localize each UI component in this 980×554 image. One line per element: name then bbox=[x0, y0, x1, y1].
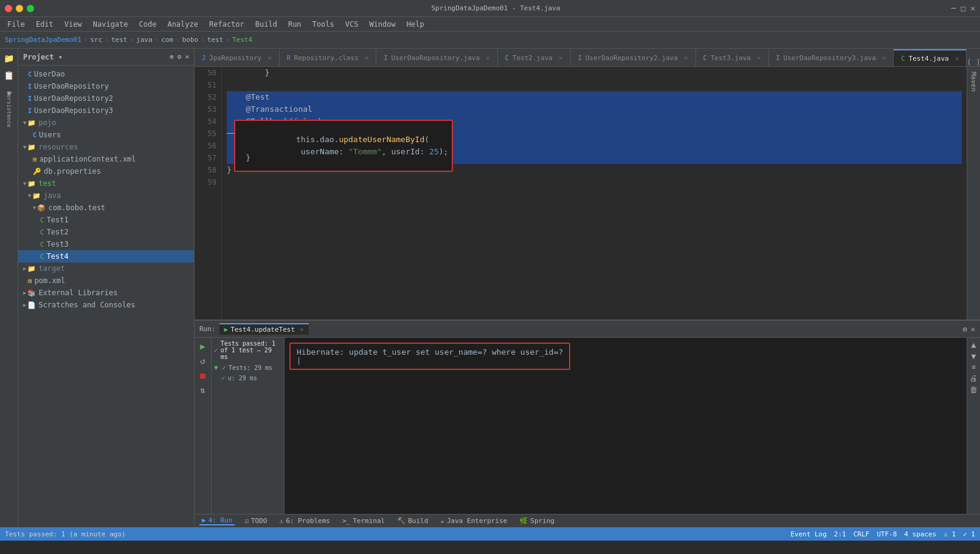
close-tab-jparepository[interactable]: ✕ bbox=[267, 54, 272, 62]
maximize-button[interactable] bbox=[27, 5, 34, 12]
close-tab-userdaorepo2[interactable]: ✕ bbox=[684, 54, 688, 62]
project-icon-settings[interactable]: ⚙ bbox=[178, 53, 182, 61]
status-line-ending[interactable]: CRLF bbox=[854, 530, 870, 538]
menu-help[interactable]: Help bbox=[402, 19, 429, 30]
editor-chevron-right[interactable]: ⟩ bbox=[976, 58, 980, 66]
clear-icon[interactable]: 🗑 bbox=[970, 385, 978, 394]
tree-item-resources[interactable]: ▼📁resources bbox=[18, 141, 194, 153]
menu-code[interactable]: Code bbox=[134, 19, 162, 30]
run-close-icon[interactable]: ✕ bbox=[971, 325, 975, 333]
window-controls[interactable] bbox=[5, 5, 34, 12]
menu-edit[interactable]: Edit bbox=[31, 19, 58, 30]
breadcrumb-test[interactable]: test bbox=[111, 36, 128, 44]
breadcrumb-test2[interactable]: test bbox=[207, 36, 224, 44]
tab-test4[interactable]: CTest4.java ✕ bbox=[894, 49, 967, 66]
tree-item-combobotest[interactable]: ▼📦com.bobo.test bbox=[18, 202, 194, 214]
run-settings-icon[interactable]: ⚙ bbox=[963, 325, 967, 333]
close-button[interactable] bbox=[5, 5, 12, 12]
tab-userdaorepository3[interactable]: IUserDaoRepository3.java ✕ bbox=[769, 49, 894, 66]
project-icon[interactable]: 📁 bbox=[2, 51, 16, 66]
menu-navigate[interactable]: Navigate bbox=[88, 19, 133, 30]
tree-item-userdaorepository3[interactable]: IUserDaoRepository3 bbox=[18, 104, 194, 117]
tree-item-userdaorepository2[interactable]: IUserDaoRepository2 bbox=[18, 92, 194, 104]
run-button[interactable]: ▶ bbox=[197, 340, 209, 352]
menu-view[interactable]: View bbox=[60, 19, 87, 30]
status-event-log[interactable]: Event Log bbox=[790, 530, 827, 538]
maven-panel[interactable]: Maven bbox=[967, 67, 980, 320]
minimize-button[interactable] bbox=[16, 5, 23, 12]
print-icon[interactable]: 🖨 bbox=[970, 374, 978, 383]
tab-userdaorepository[interactable]: IUserDaoRepository.java ✕ bbox=[376, 49, 497, 66]
tree-item-test2[interactable]: CTest2 bbox=[18, 226, 194, 238]
menu-window[interactable]: Window bbox=[364, 19, 400, 30]
bottom-tab-problems[interactable]: ⚠6: Problems bbox=[277, 517, 333, 525]
menu-refactor[interactable]: Refactor bbox=[204, 19, 249, 30]
test-item-u[interactable]: ✓ u: 29 ms bbox=[212, 373, 284, 383]
menu-build[interactable]: Build bbox=[250, 19, 282, 30]
tree-item-test4[interactable]: CTest4 bbox=[18, 250, 194, 262]
breadcrumb-java[interactable]: java bbox=[136, 36, 153, 44]
close-tab-test4[interactable]: ✕ bbox=[955, 55, 959, 63]
tree-item-test[interactable]: ▼📁test bbox=[18, 177, 194, 190]
tree-item-test1[interactable]: CTest1 bbox=[18, 214, 194, 226]
wrap-icon[interactable]: ≡ bbox=[971, 363, 976, 371]
menu-tools[interactable]: Tools bbox=[308, 19, 339, 30]
tree-item-scratches[interactable]: ▶📄Scratches and Consoles bbox=[18, 299, 194, 311]
tree-item-applicationcontext[interactable]: ⊞applicationContext.xml bbox=[18, 153, 194, 165]
tests-passed-header[interactable]: ✓ Tests passed: 1 of 1 test – 29 ms bbox=[212, 338, 284, 363]
editor-chevron-left[interactable]: ⟨ bbox=[967, 58, 971, 66]
tree-item-externallibs[interactable]: ▶📚External Libraries bbox=[18, 287, 194, 299]
close-tab-repository[interactable]: ✕ bbox=[365, 54, 369, 62]
tree-item-pojo[interactable]: ▼📁pojo bbox=[18, 117, 194, 129]
close-tab-test3[interactable]: ✕ bbox=[757, 54, 761, 62]
menu-analyze[interactable]: Analyze bbox=[162, 19, 203, 30]
rerun-button[interactable]: ↺ bbox=[197, 355, 209, 367]
tree-item-pomxml[interactable]: ⊞pom.xml bbox=[18, 275, 194, 287]
run-tab-test4[interactable]: ▶ Test4.updateTest ✕ bbox=[219, 323, 309, 335]
breadcrumb-bobo[interactable]: bobo bbox=[182, 36, 199, 44]
sort-button[interactable]: ⇅ bbox=[197, 384, 209, 396]
tab-test3[interactable]: CTest3.java ✕ bbox=[696, 49, 769, 66]
status-line-col: 2:1 bbox=[834, 530, 846, 538]
tree-item-users[interactable]: CUsers bbox=[18, 129, 194, 141]
menu-file[interactable]: File bbox=[2, 19, 30, 30]
bottom-tab-run[interactable]: ▶4: Run bbox=[199, 516, 235, 525]
structure-icon[interactable]: 📋 bbox=[2, 68, 16, 83]
breadcrumb-com[interactable]: com bbox=[161, 36, 173, 44]
tree-item-java[interactable]: ▼📁java bbox=[18, 190, 194, 202]
tab-repositoryclass[interactable]: RRepository.class ✕ bbox=[280, 49, 377, 66]
tree-item-target[interactable]: ▶📁target bbox=[18, 262, 194, 275]
test-item-root[interactable]: ▼ ✓ Tests: 29 ms bbox=[212, 363, 284, 373]
tab-userdaorepository2[interactable]: IUserDaoRepository2.java ✕ bbox=[571, 49, 696, 66]
status-indent[interactable]: 4 spaces bbox=[904, 530, 936, 538]
close-tab-userdaorepo[interactable]: ✕ bbox=[486, 54, 490, 62]
status-encoding[interactable]: UTF-8 bbox=[877, 530, 897, 538]
close-tab-userdaorepo3[interactable]: ✕ bbox=[882, 54, 886, 62]
tree-item-dbproperties[interactable]: 🔑db.properties bbox=[18, 165, 194, 177]
bottom-tab-javaenterprise[interactable]: ☕Java Enterprise bbox=[438, 517, 509, 525]
breadcrumb-project[interactable]: SpringDataJpaDemo01 bbox=[5, 36, 81, 44]
bottom-tab-build[interactable]: 🔨Build bbox=[395, 517, 430, 525]
tab-test2[interactable]: CTest2.java ✕ bbox=[498, 49, 571, 66]
breadcrumb-src[interactable]: src bbox=[90, 36, 102, 44]
persistence-icon[interactable]: Persistence bbox=[2, 102, 16, 117]
scroll-up-icon[interactable]: ▲ bbox=[971, 340, 976, 349]
bottom-tab-todo[interactable]: ☑TODO bbox=[242, 517, 269, 525]
stop-button[interactable]: ■ bbox=[197, 369, 209, 381]
menu-vcs[interactable]: VCS bbox=[340, 19, 364, 30]
scroll-down-icon[interactable]: ▼ bbox=[971, 352, 976, 361]
tree-item-userdao[interactable]: CUserDao bbox=[18, 68, 194, 80]
bottom-tab-terminal[interactable]: >_Terminal bbox=[340, 517, 387, 525]
bottom-tab-spring[interactable]: 🌿Spring bbox=[517, 517, 557, 525]
menu-run[interactable]: Run bbox=[283, 19, 306, 30]
run-output-line1: Hibernate: update t_user set user_name=?… bbox=[297, 347, 563, 357]
code-area[interactable]: } @Test @Transactional @Rollback(false) bbox=[222, 67, 967, 320]
tree-item-userdaorepository[interactable]: IUserDaoRepository bbox=[18, 80, 194, 92]
breadcrumb-test4[interactable]: Test4 bbox=[232, 36, 252, 44]
project-icon-close[interactable]: ✕ bbox=[185, 53, 189, 61]
project-icon-locate[interactable]: ⊕ bbox=[170, 53, 174, 61]
tab-jparepository[interactable]: JJpaRepository ✕ bbox=[195, 49, 280, 66]
tree-item-test3[interactable]: CTest3 bbox=[18, 238, 194, 250]
close-tab-test2[interactable]: ✕ bbox=[559, 54, 563, 62]
close-run-tab[interactable]: ✕ bbox=[300, 326, 304, 333]
